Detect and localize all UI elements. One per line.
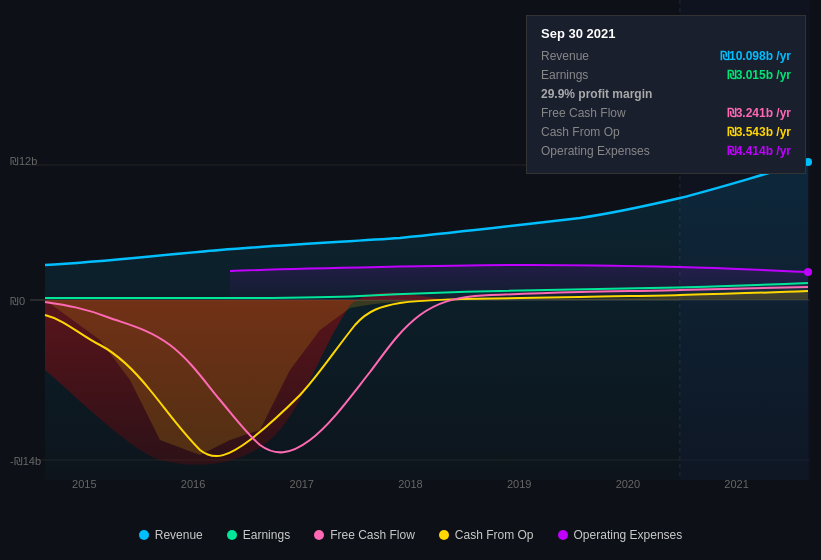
x-label-2019: 2019 <box>507 478 531 490</box>
tooltip-revenue-label: Revenue <box>541 49 589 63</box>
legend-earnings-dot <box>227 530 237 540</box>
tooltip-fcf-label: Free Cash Flow <box>541 106 626 120</box>
legend-revenue-dot <box>139 530 149 540</box>
legend-opex: Operating Expenses <box>558 528 683 542</box>
x-label-2015: 2015 <box>72 478 96 490</box>
svg-point-7 <box>804 268 812 276</box>
legend-fcf-dot <box>314 530 324 540</box>
legend-earnings: Earnings <box>227 528 290 542</box>
y-label-top: ₪12b <box>10 155 37 168</box>
legend-opex-dot <box>558 530 568 540</box>
legend-revenue-label: Revenue <box>155 528 203 542</box>
x-label-2021: 2021 <box>724 478 748 490</box>
chart-legend: Revenue Earnings Free Cash Flow Cash Fro… <box>0 528 821 542</box>
tooltip-revenue: Revenue ₪10.098b /yr <box>541 49 791 63</box>
tooltip-fcf-value: ₪3.241b /yr <box>727 106 791 120</box>
tooltip-opex: Operating Expenses ₪4.414b /yr <box>541 144 791 158</box>
legend-cashfromop-label: Cash From Op <box>455 528 534 542</box>
tooltip-earnings: Earnings ₪3.015b /yr <box>541 68 791 82</box>
tooltip-cashfromop-label: Cash From Op <box>541 125 620 139</box>
tooltip-profit-margin: 29.9% profit margin <box>541 87 791 101</box>
legend-cashfromop: Cash From Op <box>439 528 534 542</box>
legend-opex-label: Operating Expenses <box>574 528 683 542</box>
tooltip-opex-label: Operating Expenses <box>541 144 650 158</box>
legend-revenue: Revenue <box>139 528 203 542</box>
tooltip-opex-value: ₪4.414b /yr <box>727 144 791 158</box>
legend-fcf: Free Cash Flow <box>314 528 415 542</box>
legend-fcf-label: Free Cash Flow <box>330 528 415 542</box>
tooltip-cashfromop-value: ₪3.543b /yr <box>727 125 791 139</box>
tooltip-profit-margin-value: 29.9% profit margin <box>541 87 652 101</box>
tooltip-revenue-value: ₪10.098b /yr <box>720 49 791 63</box>
tooltip-earnings-value: ₪3.015b /yr <box>727 68 791 82</box>
tooltip-date: Sep 30 2021 <box>541 26 791 41</box>
x-axis: 2015 2016 2017 2018 2019 2020 2021 <box>0 478 821 490</box>
tooltip-panel: Sep 30 2021 Revenue ₪10.098b /yr Earning… <box>526 15 806 174</box>
x-label-2018: 2018 <box>398 478 422 490</box>
x-label-2017: 2017 <box>290 478 314 490</box>
legend-cashfromop-dot <box>439 530 449 540</box>
y-label-bot: -₪14b <box>10 455 41 468</box>
tooltip-cashfromop: Cash From Op ₪3.543b /yr <box>541 125 791 139</box>
tooltip-fcf: Free Cash Flow ₪3.241b /yr <box>541 106 791 120</box>
x-label-2020: 2020 <box>616 478 640 490</box>
legend-earnings-label: Earnings <box>243 528 290 542</box>
tooltip-earnings-label: Earnings <box>541 68 588 82</box>
x-label-2016: 2016 <box>181 478 205 490</box>
y-label-mid: ₪0 <box>10 295 25 308</box>
